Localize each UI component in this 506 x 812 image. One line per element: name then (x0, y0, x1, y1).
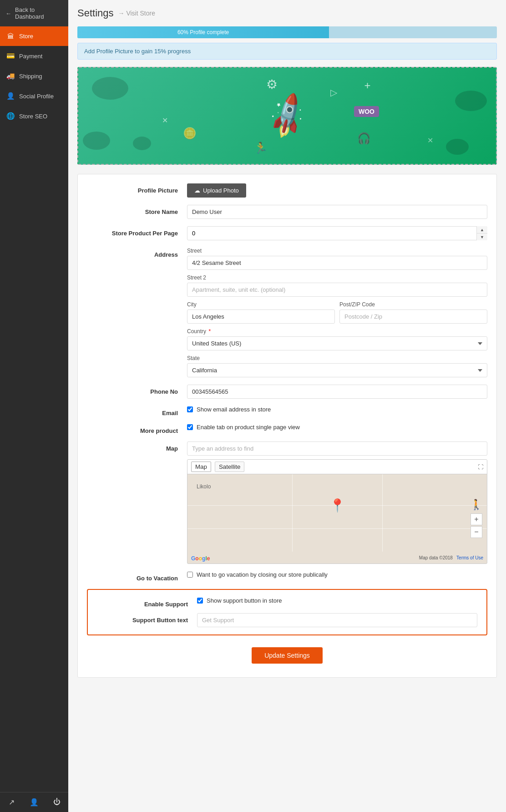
sidebar-item-social-profile[interactable]: 👤 Social Profile (0, 86, 68, 106)
map-label: Map (87, 442, 187, 452)
more-product-label: More product (87, 424, 187, 434)
social-profile-icon: 👤 (6, 92, 15, 100)
map-road-v2 (382, 474, 383, 552)
street-label: Street (187, 248, 487, 254)
postcode-label: Post/ZIP Code (339, 301, 487, 308)
support-section: Enable Support Show support button in st… (87, 589, 487, 635)
vacation-row: Go to Vacation Want to go vacation by cl… (87, 571, 487, 582)
city-input[interactable] (187, 310, 335, 324)
upload-button-label: Upload Photo (203, 187, 239, 194)
sidebar-item-store[interactable]: 🏛 Store (0, 26, 68, 46)
state-group: State California (187, 355, 487, 377)
enable-support-control: Show support button in store (197, 597, 477, 604)
page-header: Settings → Visit Store (77, 7, 497, 19)
page-title: Settings (77, 7, 114, 19)
external-link-icon[interactable]: ↗ (0, 792, 23, 812)
banner-bottom-icon: 🏃 (254, 142, 268, 154)
map-footer: Google Map data ©2018 Terms of Use (187, 555, 487, 562)
more-product-checkbox-row: Enable tab on product single page view (187, 424, 487, 431)
store-seo-icon: 🌐 (6, 112, 15, 120)
back-to-dashboard[interactable]: ← Back to Dashboard (0, 0, 68, 26)
sidebar-item-social-profile-label: Social Profile (19, 93, 54, 100)
map-controls: + − (471, 513, 482, 538)
more-product-checkbox-label: Enable tab on product single page view (197, 424, 300, 431)
store-product-per-page-input[interactable] (187, 226, 487, 240)
map-zoom-in-button[interactable]: + (471, 513, 482, 525)
sidebar-item-shipping[interactable]: 🚚 Shipping (0, 66, 68, 86)
more-product-control: Enable tab on product single page view (187, 424, 487, 431)
power-icon[interactable]: ⏻ (46, 792, 68, 812)
banner-gear-icon: ⚙ (266, 77, 278, 92)
map-fullscreen-icon[interactable]: ⛶ (478, 464, 483, 470)
profile-picture-control: ☁ Upload Photo (187, 183, 487, 198)
store-icon: 🏛 (6, 32, 15, 40)
spinner-up-button[interactable]: ▲ (477, 226, 487, 233)
postcode-input[interactable] (339, 310, 487, 324)
map-zoom-out-button[interactable]: − (471, 526, 482, 538)
state-select[interactable]: California (187, 363, 487, 377)
map-toolbar: Map Satellite ⛶ (187, 460, 487, 474)
sidebar: ← Back to Dashboard 🏛 Store 💳 Payment 🚚 … (0, 0, 68, 812)
street2-label: Street 2 (187, 274, 487, 281)
banner-image: 🚀 WOO ⚙ + ✕ ✕ 🪙 🎧 🏃 ▷ (77, 67, 497, 165)
more-product-checkbox[interactable] (187, 424, 193, 430)
back-label: Back to Dashboard (15, 6, 63, 20)
email-checkbox[interactable] (187, 406, 193, 412)
country-required-star: * (208, 328, 211, 335)
spinner-down-button[interactable]: ▼ (477, 233, 487, 240)
vacation-label: Go to Vacation (87, 571, 187, 582)
map-body: Likolo 📍 🚶 + − (187, 474, 487, 552)
support-text-input[interactable] (197, 613, 477, 627)
sidebar-item-shipping-label: Shipping (19, 73, 42, 80)
email-label: Email (87, 406, 187, 416)
vacation-checkbox[interactable] (187, 572, 193, 578)
country-select[interactable]: United States (US) (187, 336, 487, 350)
street2-input[interactable] (187, 283, 487, 297)
enable-support-checkbox[interactable] (197, 598, 203, 604)
map-terms-link[interactable]: Terms of Use (456, 555, 483, 560)
map-tab-map[interactable]: Map (191, 462, 211, 472)
sidebar-item-store-seo[interactable]: 🌐 Store SEO (0, 106, 68, 126)
map-road-h2 (187, 528, 487, 529)
google-g2: g (202, 555, 205, 562)
email-control: Show email address in store (187, 406, 487, 413)
progress-bar: 60% Profile complete (77, 26, 329, 38)
vacation-checkbox-row: Want to go vacation by closing our store… (187, 571, 487, 578)
map-search-input[interactable] (187, 442, 487, 456)
google-o1: o (195, 555, 198, 562)
number-input-wrap: ▲ ▼ (187, 226, 487, 240)
vacation-control: Want to go vacation by closing our store… (187, 571, 487, 578)
update-settings-button[interactable]: Update Settings (252, 647, 323, 664)
google-o2: o (199, 555, 202, 562)
progress-label: 60% Profile complete (177, 29, 229, 36)
store-name-input[interactable] (187, 205, 487, 219)
enable-support-checkbox-row: Show support button in store (197, 597, 477, 604)
upload-photo-button[interactable]: ☁ Upload Photo (187, 183, 246, 198)
map-row: Map Map Satellite ⛶ Likolo (87, 442, 487, 564)
postcode-group: Post/ZIP Code (339, 301, 487, 324)
banner-headphone-icon: 🎧 (357, 132, 371, 145)
banner-x-icon: ✕ (162, 116, 168, 125)
banner-x2-icon: ✕ (427, 136, 433, 145)
map-tab-satellite[interactable]: Satellite (215, 462, 244, 472)
enable-support-label: Enable Support (97, 597, 197, 608)
store-product-per-page-control: ▲ ▼ (187, 226, 487, 240)
map-person-icon: 🚶 (470, 499, 482, 511)
store-name-row: Store Name (87, 205, 487, 219)
map-pin-icon: 📍 (329, 498, 345, 513)
country-label: Country * (187, 328, 487, 335)
google-g: G (191, 555, 195, 562)
phone-control (187, 385, 487, 399)
visit-store-link[interactable]: → Visit Store (118, 10, 155, 17)
sidebar-item-payment-label: Payment (19, 53, 42, 60)
store-name-label: Store Name (87, 205, 187, 215)
payment-icon: 💳 (6, 52, 15, 60)
support-text-label: Support Button text (97, 613, 197, 624)
support-text-control (197, 613, 477, 627)
phone-input[interactable] (187, 385, 487, 399)
upload-icon: ☁ (194, 187, 200, 194)
sidebar-item-payment[interactable]: 💳 Payment (0, 46, 68, 66)
store-product-per-page-row: Store Product Per Page ▲ ▼ (87, 226, 487, 240)
user-icon[interactable]: 👤 (23, 792, 46, 812)
street-input[interactable] (187, 256, 487, 270)
